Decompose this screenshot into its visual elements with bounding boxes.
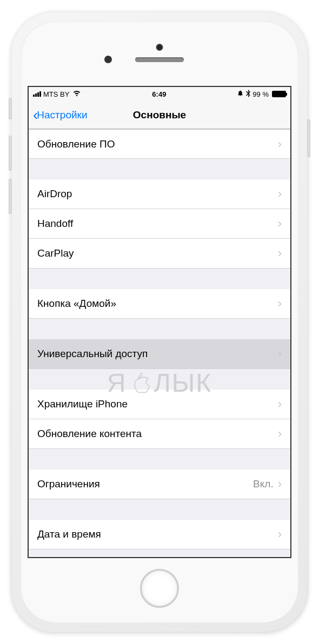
row-date-time[interactable]: Дата и время ›	[29, 520, 290, 549]
chevron-right-icon: ›	[278, 187, 282, 201]
chevron-right-icon: ›	[278, 217, 282, 231]
battery-icon	[272, 91, 286, 97]
home-button-physical	[140, 569, 179, 608]
volume-down-button	[9, 179, 12, 214]
chevron-right-icon: ›	[278, 527, 282, 541]
row-label: Кнопка «Домой»	[37, 298, 116, 310]
phone-frame: MTS BY 6:49 99 %	[11, 11, 308, 633]
nav-bar: ‹ Настройки Основные	[29, 101, 290, 129]
row-handoff[interactable]: Handoff ›	[29, 209, 290, 239]
chevron-right-icon: ›	[278, 427, 282, 441]
row-restrictions[interactable]: Ограничения Вкл. ›	[29, 469, 290, 499]
status-bar: MTS BY 6:49 99 %	[29, 87, 290, 101]
nav-title: Основные	[133, 109, 186, 121]
alarm-icon	[237, 90, 244, 98]
carrier-label: MTS BY	[43, 90, 69, 98]
chevron-right-icon: ›	[278, 397, 282, 411]
chevron-right-icon: ›	[278, 246, 282, 260]
row-iphone-storage[interactable]: Хранилище iPhone ›	[29, 390, 290, 419]
row-label: Handoff	[37, 218, 73, 230]
row-home-button[interactable]: Кнопка «Домой» ›	[29, 289, 290, 319]
chevron-right-icon: ›	[278, 297, 282, 311]
row-background-app-refresh[interactable]: Обновление контента ›	[29, 419, 290, 449]
phone-bezel: MTS BY 6:49 99 %	[21, 21, 298, 623]
row-software-update[interactable]: Обновление ПО ›	[29, 129, 290, 159]
status-right: 99 %	[237, 90, 286, 99]
back-button[interactable]: ‹ Настройки	[33, 108, 88, 123]
row-label: Обновление контента	[37, 428, 142, 440]
proximity-sensor	[104, 56, 112, 63]
status-time: 6:49	[152, 90, 166, 98]
back-label: Настройки	[37, 109, 87, 121]
bluetooth-icon	[246, 90, 250, 99]
row-label: CarPlay	[37, 247, 74, 259]
speaker-grille	[135, 57, 184, 62]
chevron-right-icon: ›	[278, 347, 282, 361]
signal-icon	[33, 91, 41, 97]
row-label: Обновление ПО	[37, 138, 115, 150]
chevron-right-icon: ›	[278, 477, 282, 491]
row-label: AirDrop	[37, 188, 72, 200]
settings-list: Обновление ПО › AirDrop › Handoff › CarP…	[29, 129, 290, 549]
volume-up-button	[9, 136, 12, 171]
wifi-icon	[72, 90, 81, 98]
row-airdrop[interactable]: AirDrop ›	[29, 179, 290, 209]
chevron-right-icon: ›	[278, 137, 282, 151]
power-button	[307, 119, 310, 157]
front-camera	[156, 44, 163, 51]
row-label: Дата и время	[37, 528, 101, 540]
mute-switch	[9, 98, 12, 119]
row-label: Хранилище iPhone	[37, 398, 128, 410]
row-label: Универсальный доступ	[37, 348, 148, 360]
row-carplay[interactable]: CarPlay ›	[29, 239, 290, 269]
status-left: MTS BY	[33, 90, 81, 98]
row-accessibility[interactable]: Универсальный доступ ›	[29, 339, 290, 369]
battery-percent: 99 %	[252, 90, 269, 98]
row-label: Ограничения	[37, 478, 100, 490]
row-value: Вкл.	[253, 478, 274, 490]
screen: MTS BY 6:49 99 %	[28, 86, 291, 558]
